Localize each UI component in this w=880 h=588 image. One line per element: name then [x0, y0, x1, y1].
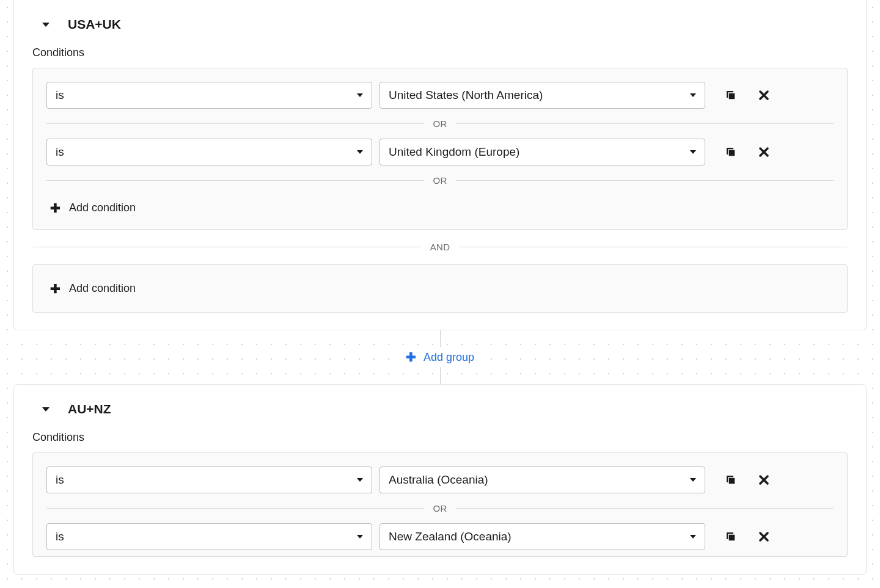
- group-card-au-nz: AU+NZ Conditions is Australia (Oceania): [13, 384, 867, 575]
- remove-button[interactable]: [757, 529, 771, 544]
- condition-row: is New Zealand (Oceania): [46, 523, 834, 550]
- add-condition-label: Add condition: [69, 282, 136, 295]
- chevron-down-icon: [357, 93, 363, 97]
- close-icon: [759, 147, 769, 157]
- group-header: AU+NZ: [32, 397, 848, 431]
- remove-button[interactable]: [757, 473, 771, 487]
- svg-rect-5: [728, 477, 735, 484]
- operator-value: is: [56, 89, 64, 102]
- close-icon: [759, 532, 769, 542]
- operator-select[interactable]: is: [46, 139, 372, 165]
- divider-line: [46, 123, 424, 124]
- operator-value: is: [56, 530, 64, 543]
- operator-select[interactable]: is: [46, 523, 372, 550]
- operator-value: is: [56, 473, 64, 487]
- close-icon: [759, 475, 769, 485]
- or-divider: OR: [46, 503, 834, 514]
- row-actions: [724, 473, 771, 487]
- plus-icon: ✚: [406, 351, 416, 363]
- or-label: OR: [424, 503, 455, 514]
- remove-button[interactable]: [757, 88, 771, 103]
- duplicate-button[interactable]: [724, 145, 738, 159]
- add-condition-button[interactable]: ✚ Add condition: [46, 195, 834, 216]
- value-text: United States (North America): [389, 89, 543, 102]
- value-text: United Kingdom (Europe): [389, 145, 519, 159]
- chevron-down-icon: [357, 150, 363, 154]
- value-text: New Zealand (Oceania): [389, 530, 512, 543]
- connector-line: [440, 330, 441, 347]
- divider-line: [458, 247, 848, 247]
- duplicate-button[interactable]: [724, 473, 738, 487]
- copy-icon: [725, 147, 736, 158]
- chevron-down-icon: [690, 93, 696, 97]
- row-actions: [724, 88, 771, 103]
- group-title: USA+UK: [68, 17, 121, 32]
- operator-select[interactable]: is: [46, 466, 372, 493]
- group-connector: ✚ Add group: [13, 330, 867, 384]
- group-title: AU+NZ: [68, 402, 111, 416]
- chevron-down-icon: [690, 150, 696, 154]
- condition-set: ✚ Add condition: [32, 264, 848, 313]
- condition-set: is Australia (Oceania): [32, 452, 848, 557]
- and-divider: AND: [32, 242, 848, 252]
- or-label: OR: [424, 118, 455, 129]
- connector-line: [440, 367, 441, 384]
- add-group-button[interactable]: ✚ Add group: [400, 349, 480, 366]
- divider-line: [32, 247, 422, 247]
- chevron-down-icon: [42, 407, 50, 412]
- divider-line: [46, 180, 424, 181]
- add-condition-button[interactable]: ✚ Add condition: [46, 278, 834, 299]
- divider-line: [456, 123, 834, 124]
- conditions-label: Conditions: [32, 431, 848, 444]
- svg-rect-7: [728, 534, 735, 541]
- operator-value: is: [56, 145, 64, 159]
- value-select[interactable]: Australia (Oceania): [380, 466, 705, 493]
- chevron-down-icon: [690, 535, 696, 539]
- svg-rect-1: [728, 93, 735, 100]
- collapse-toggle[interactable]: [40, 403, 52, 415]
- add-condition-label: Add condition: [69, 201, 136, 214]
- duplicate-button[interactable]: [724, 529, 738, 544]
- add-group-label: Add group: [424, 351, 474, 364]
- copy-icon: [725, 474, 736, 485]
- or-divider: OR: [46, 118, 834, 129]
- divider-line: [46, 508, 424, 509]
- row-actions: [724, 529, 771, 544]
- chevron-down-icon: [357, 535, 363, 539]
- group-header: USA+UK: [32, 12, 848, 46]
- condition-row: is Australia (Oceania): [46, 466, 834, 493]
- remove-button[interactable]: [757, 145, 771, 159]
- operator-select[interactable]: is: [46, 82, 372, 109]
- value-select[interactable]: New Zealand (Oceania): [380, 523, 705, 550]
- condition-row: is United Kingdom (Europe): [46, 139, 834, 165]
- value-text: Australia (Oceania): [389, 473, 488, 487]
- group-card-usa-uk: USA+UK Conditions is United States (Nort…: [13, 0, 867, 330]
- conditions-label: Conditions: [32, 46, 848, 59]
- value-select[interactable]: United Kingdom (Europe): [380, 139, 705, 165]
- condition-set: is United States (North America): [32, 68, 848, 230]
- and-label: AND: [422, 242, 459, 252]
- or-divider: OR: [46, 175, 834, 186]
- plus-icon: ✚: [50, 202, 61, 214]
- row-actions: [724, 145, 771, 159]
- or-label: OR: [424, 175, 455, 186]
- plus-icon: ✚: [50, 283, 61, 295]
- chevron-down-icon: [690, 478, 696, 482]
- condition-row: is United States (North America): [46, 82, 834, 109]
- duplicate-button[interactable]: [724, 88, 738, 103]
- divider-line: [456, 180, 834, 181]
- copy-icon: [725, 90, 736, 101]
- svg-rect-3: [728, 150, 735, 156]
- collapse-toggle[interactable]: [40, 18, 52, 31]
- chevron-down-icon: [357, 478, 363, 482]
- divider-line: [456, 508, 834, 509]
- chevron-down-icon: [42, 23, 50, 27]
- value-select[interactable]: United States (North America): [380, 82, 705, 109]
- copy-icon: [725, 531, 736, 542]
- close-icon: [759, 90, 769, 100]
